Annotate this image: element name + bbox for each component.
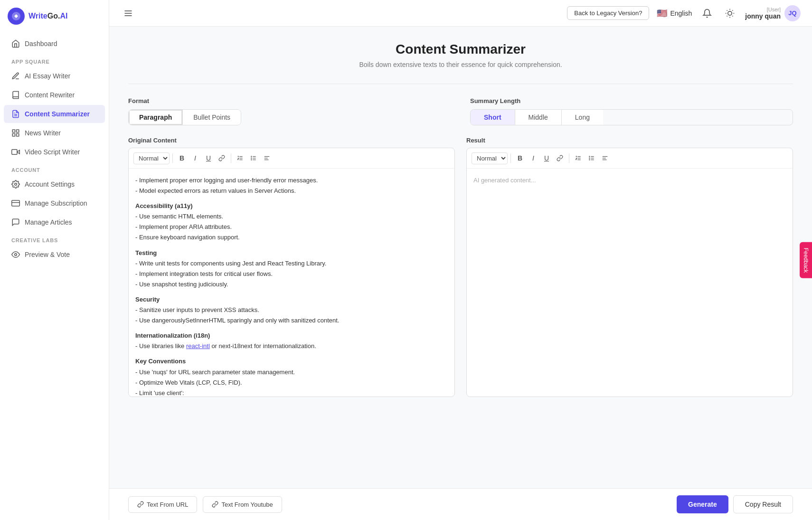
panels-row: Original Content Normal B I U xyxy=(128,137,793,397)
page-content-area: Content Summarizer Boils down extensive … xyxy=(109,27,812,488)
bold-button-original[interactable]: B xyxy=(176,152,188,164)
gear-icon xyxy=(11,180,20,189)
topbar-left xyxy=(121,6,136,21)
sidebar-item-ai-essay[interactable]: AI Essay Writer xyxy=(4,67,105,85)
italic-button-result[interactable]: I xyxy=(527,152,539,164)
svg-point-16 xyxy=(728,11,732,15)
articles-icon xyxy=(11,218,20,227)
user-info: [User] jonny quan xyxy=(745,7,781,20)
sidebar-label-preview-vote: Preview & Vote xyxy=(25,251,70,258)
sidebar-item-content-rewriter[interactable]: Content Rewriter xyxy=(4,86,105,104)
format-label: Format xyxy=(128,97,451,104)
notification-button[interactable] xyxy=(699,6,715,21)
user-avatar[interactable]: JQ xyxy=(784,5,801,21)
svg-point-45 xyxy=(589,160,590,160)
topbar: Back to Legacy Version? 🇺🇸 English [User… xyxy=(109,0,812,27)
underline-button-original[interactable]: U xyxy=(202,152,215,164)
result-section: Result Normal B I U xyxy=(466,137,793,397)
original-format-select[interactable]: Normal xyxy=(133,152,170,164)
ordered-list-button-result[interactable] xyxy=(572,152,585,164)
sidebar-label-content-rewriter: Content Rewriter xyxy=(25,91,75,99)
svg-point-32 xyxy=(251,158,252,158)
video-icon xyxy=(11,148,20,156)
svg-line-20 xyxy=(733,16,733,16)
copy-result-button[interactable]: Copy Result xyxy=(733,495,793,513)
user-name: jonny quan xyxy=(745,12,781,20)
align-button-original[interactable] xyxy=(261,152,273,164)
original-content-section: Original Content Normal B I U xyxy=(128,137,455,397)
summary-length-label: Summary Length xyxy=(470,97,793,104)
original-content-label: Original Content xyxy=(128,137,455,148)
sidebar-label-news-writer: News Writer xyxy=(25,129,61,137)
ordered-list-button-original[interactable] xyxy=(234,152,246,164)
toolbar-sep-2 xyxy=(231,153,231,163)
feedback-tab[interactable]: Feedback xyxy=(800,242,812,278)
menu-toggle-button[interactable] xyxy=(121,6,136,21)
svg-point-9 xyxy=(15,183,17,186)
svg-rect-8 xyxy=(12,150,17,155)
summary-long-button[interactable]: Long xyxy=(562,110,603,125)
svg-point-33 xyxy=(251,160,252,160)
sidebar-label-manage-subscription: Manage Subscription xyxy=(25,199,87,207)
sun-icon xyxy=(725,9,735,18)
link-button-result[interactable] xyxy=(554,152,566,164)
svg-line-19 xyxy=(727,10,727,10)
original-toolbar: Normal B I U xyxy=(129,148,454,169)
sidebar: WriteGo.AI Dashboard APP SQUARE AI Essay… xyxy=(0,0,109,520)
format-btn-group: Paragraph Bullet Points xyxy=(128,109,241,125)
align-button-result[interactable] xyxy=(599,152,611,164)
eye-icon xyxy=(11,250,20,259)
section-app-square: APP SQUARE xyxy=(0,53,109,66)
svg-point-31 xyxy=(251,156,252,157)
result-label: Result xyxy=(466,137,793,148)
language-label: English xyxy=(670,9,692,17)
sidebar-label-dashboard: Dashboard xyxy=(25,40,57,47)
sidebar-item-dashboard[interactable]: Dashboard xyxy=(4,35,105,53)
result-editor[interactable]: AI generated content... xyxy=(467,169,793,397)
underline-button-result[interactable]: U xyxy=(540,152,553,164)
summary-btn-group: Short Middle Long xyxy=(470,109,793,125)
controls-row: Format Paragraph Bullet Points Summary L… xyxy=(128,97,793,125)
summary-middle-button[interactable]: Middle xyxy=(515,110,562,125)
bell-icon xyxy=(702,9,712,18)
result-toolbar-sep-1 xyxy=(510,153,511,163)
settings-button[interactable] xyxy=(722,6,737,21)
sidebar-label-content-summarizer: Content Summarizer xyxy=(25,110,90,118)
svg-rect-10 xyxy=(12,200,20,206)
sidebar-item-video-script[interactable]: Video Script Writer xyxy=(4,143,105,161)
bottom-bar: Text From URL Text From Youtube Generate… xyxy=(109,488,812,520)
logo[interactable]: WriteGo.AI xyxy=(0,8,109,34)
unordered-list-button-result[interactable] xyxy=(585,152,598,164)
sidebar-label-video-script: Video Script Writer xyxy=(25,148,80,156)
section-account: ACCOUNT xyxy=(0,161,109,175)
sidebar-item-account-settings[interactable]: Account Settings xyxy=(4,175,105,193)
sidebar-label-account-settings: Account Settings xyxy=(25,180,75,188)
bold-button-result[interactable]: B xyxy=(514,152,526,164)
text-from-url-button[interactable]: Text From URL xyxy=(128,496,197,513)
legacy-version-button[interactable]: Back to Legacy Version? xyxy=(567,6,649,20)
unordered-list-button-original[interactable] xyxy=(247,152,260,164)
language-selector[interactable]: 🇺🇸 English xyxy=(657,8,692,19)
svg-line-24 xyxy=(733,10,733,10)
italic-button-original[interactable]: I xyxy=(189,152,201,164)
format-bullet-points-button[interactable]: Bullet Points xyxy=(183,110,241,125)
format-paragraph-button[interactable]: Paragraph xyxy=(129,110,183,125)
sidebar-item-news-writer[interactable]: News Writer xyxy=(4,124,105,142)
svg-rect-6 xyxy=(17,134,19,136)
sidebar-item-manage-subscription[interactable]: Manage Subscription xyxy=(4,194,105,212)
text-from-youtube-button[interactable]: Text From Youtube xyxy=(203,496,282,513)
section-creative-labs: CREATIVE LABS xyxy=(0,232,109,245)
svg-rect-3 xyxy=(12,130,15,132)
divider xyxy=(128,84,793,84)
generate-button[interactable]: Generate xyxy=(677,495,728,513)
sidebar-item-manage-articles[interactable]: Manage Articles xyxy=(4,213,105,231)
svg-point-43 xyxy=(589,156,590,157)
original-content-editor[interactable]: - Implement proper error logging and use… xyxy=(129,169,454,397)
result-format-select[interactable]: Normal xyxy=(472,152,508,164)
sidebar-item-content-summarizer[interactable]: Content Summarizer xyxy=(4,105,105,123)
sidebar-item-preview-vote[interactable]: Preview & Vote xyxy=(4,246,105,264)
summary-short-button[interactable]: Short xyxy=(471,110,515,125)
grid-icon xyxy=(11,129,20,137)
sidebar-label-ai-essay: AI Essay Writer xyxy=(25,72,70,80)
link-button-original[interactable] xyxy=(216,152,228,164)
